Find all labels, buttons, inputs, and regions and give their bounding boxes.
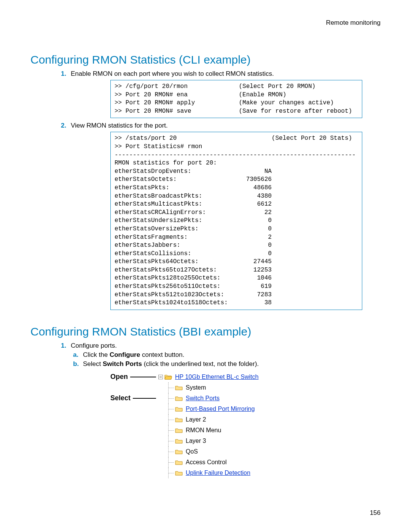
tree-root[interactable]: HP 10Gb Ethernet BL-c Switch xyxy=(158,374,258,380)
cli-codebox-1: >> /cfg/port 20/rmon (Select Port 20 RMO… xyxy=(110,80,362,118)
section-title-bbi: Configuring RMON Statistics (BBI example… xyxy=(30,325,381,338)
tree-item-label[interactable]: RMON Menu xyxy=(186,427,221,434)
bbi-step-1: 1. Configure ports. xyxy=(61,342,381,350)
tree-connector xyxy=(168,382,175,393)
tree-item-label[interactable]: QoS xyxy=(186,448,198,455)
sub-marker: b. xyxy=(73,360,83,368)
bbi-step-b-text: Select Switch Ports (click the underline… xyxy=(83,360,259,368)
tree-item-label[interactable]: Layer 3 xyxy=(186,438,206,444)
tree-connector xyxy=(168,446,175,457)
folder-icon xyxy=(175,449,183,455)
section-title-cli: Configuring RMON Statistics (CLI example… xyxy=(30,53,381,66)
annot-line xyxy=(133,398,156,399)
tree-connector xyxy=(168,393,175,404)
cli-step-1: 1. Enable RMON on each port where you wi… xyxy=(61,70,381,78)
tree-item[interactable]: Layer 2 xyxy=(158,414,206,425)
tree-item-label[interactable]: Port-Based Port Mirroring xyxy=(186,406,255,412)
bbi-step-a-text: Click the Configure context button. xyxy=(83,351,184,359)
annot-select: Select xyxy=(110,394,131,402)
tree-root-label[interactable]: HP 10Gb Ethernet BL-c Switch xyxy=(175,374,258,380)
tree-item[interactable]: RMON Menu xyxy=(158,425,221,436)
sub-marker: a. xyxy=(73,351,83,359)
bbi-step-a: a. Click the Configure context button. xyxy=(73,351,381,359)
bbi-step-1-text: Configure ports. xyxy=(71,342,117,350)
folder-icon xyxy=(175,470,183,476)
tree-item-label[interactable]: Layer 2 xyxy=(186,416,206,423)
cli-step-1-text: Enable RMON on each port where you wish … xyxy=(71,70,274,78)
tree-item[interactable]: Switch Ports xyxy=(158,393,220,404)
bbi-step-b: b. Select Switch Ports (click the underl… xyxy=(73,360,381,368)
folder-icon xyxy=(175,438,183,444)
page-number: 156 xyxy=(370,509,381,517)
folder-icon xyxy=(175,417,183,423)
tree-connector xyxy=(168,404,175,414)
cli-step-2: 2. View RMON statistics for the port. xyxy=(61,122,381,129)
folder-icon xyxy=(175,459,183,465)
tree-item-label[interactable]: System xyxy=(186,384,206,391)
tree-connector xyxy=(168,414,175,425)
cli-step-2-text: View RMON statistics for the port. xyxy=(71,122,168,129)
tree-item-label[interactable]: Uplink Failure Detection xyxy=(186,470,250,476)
list-marker: 2. xyxy=(61,122,71,129)
open-folder-icon xyxy=(164,374,172,380)
nav-tree: Open HP 10Gb Ethernet BL-c Switch System… xyxy=(110,372,381,478)
folder-icon xyxy=(175,406,183,412)
header-section: Remote monitoring xyxy=(326,19,381,27)
tree-item-label[interactable]: Switch Ports xyxy=(186,395,220,402)
folder-icon xyxy=(175,385,183,391)
minus-box-icon[interactable] xyxy=(158,375,163,379)
tree-connector xyxy=(168,425,175,436)
tree-item[interactable]: Access Control xyxy=(158,457,227,468)
list-marker: 1. xyxy=(61,342,71,350)
folder-icon xyxy=(175,395,183,401)
folder-icon xyxy=(175,427,183,433)
annot-line xyxy=(130,377,156,377)
tree-item[interactable]: Port-Based Port Mirroring xyxy=(158,404,255,414)
tree-connector xyxy=(168,468,175,478)
tree-item[interactable]: QoS xyxy=(158,446,198,457)
annot-open: Open xyxy=(110,373,128,381)
tree-item-label[interactable]: Access Control xyxy=(186,459,227,466)
list-marker: 1. xyxy=(61,70,71,78)
tree-item[interactable]: System xyxy=(158,382,206,393)
tree-connector xyxy=(168,457,175,468)
tree-connector xyxy=(168,436,175,446)
tree-item[interactable]: Uplink Failure Detection xyxy=(158,468,250,478)
cli-codebox-2: >> /stats/port 20 (Select Port 20 Stats)… xyxy=(110,132,362,310)
tree-item[interactable]: Layer 3 xyxy=(158,436,206,446)
